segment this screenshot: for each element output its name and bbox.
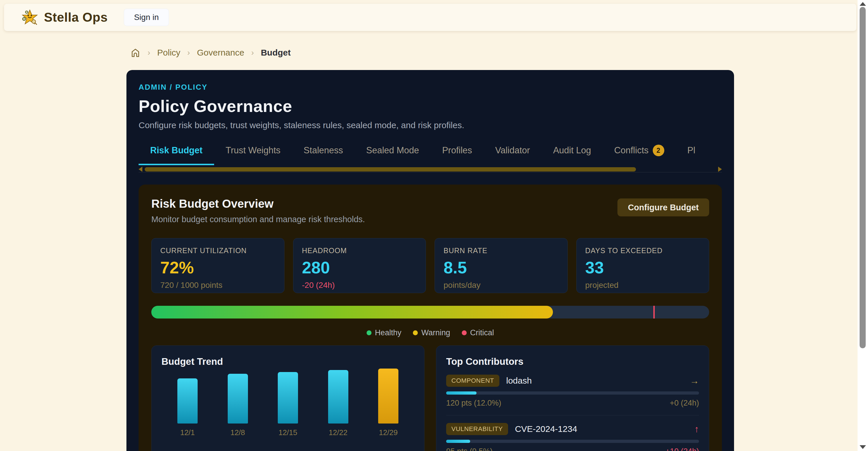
scrollbar-down-arrow-icon[interactable] [860, 445, 866, 449]
trend-bar-group: 12/22 [328, 370, 348, 437]
tab[interactable]: Trust Weights [214, 144, 292, 165]
stat-subtext: projected [585, 281, 701, 290]
gauge-fill [151, 306, 553, 319]
tab-label: Pl [687, 145, 695, 156]
brand-name: Stella Ops [44, 10, 107, 25]
legend-item: Warning [413, 328, 450, 337]
tab-badge: 2 [653, 144, 664, 156]
tab[interactable]: Staleness [292, 144, 354, 165]
stat-card: BURN RATE 8.5 points/day [435, 238, 568, 293]
breadcrumb-separator-icon: › [187, 48, 190, 57]
tabs-scrollbar-track[interactable] [145, 167, 716, 171]
legend-item: Healthy [367, 328, 402, 337]
stat-subtext: points/day [443, 281, 559, 290]
tab[interactable]: Risk Budget [138, 144, 214, 165]
tabs-scrollbar-thumb[interactable] [145, 167, 636, 171]
scroll-left-arrow-icon[interactable] [138, 167, 142, 172]
contributor-progress-track [446, 391, 699, 395]
stat-card: DAYS TO EXCEEDED 33 projected [576, 238, 709, 293]
contributor-type-badge: COMPONENT [446, 375, 499, 387]
trend-bar-label: 12/8 [230, 428, 245, 437]
trend-bar-group: 12/15 [278, 372, 298, 437]
tab-label: Staleness [304, 145, 343, 156]
policy-governance-panel: ADMIN / POLICY Policy Governance Configu… [126, 70, 734, 451]
trend-bar-group: 12/29 [378, 368, 398, 437]
tab[interactable]: Sealed Mode [355, 144, 431, 165]
tab[interactable]: Audit Log [541, 144, 603, 165]
contributor-delta: +10 (24h) [665, 447, 699, 451]
stat-value: 33 [585, 258, 701, 277]
tab-label: Audit Log [553, 145, 591, 156]
overview-subtitle: Monitor budget consumption and manage ri… [151, 215, 365, 224]
tab[interactable]: Conflicts 2 [603, 144, 676, 165]
trend-bar [177, 378, 197, 423]
contributor-trend-arrow-icon: → [690, 376, 699, 386]
stat-label: CURRENT UTILIZATION [160, 247, 275, 255]
tab[interactable]: Pl [676, 144, 707, 165]
stat-label: HEADROOM [302, 247, 417, 255]
top-contributors-title: Top Contributors [446, 356, 699, 367]
breadcrumb-separator-icon: › [251, 48, 254, 57]
stat-value: 8.5 [443, 258, 559, 277]
budget-utilization-gauge [151, 306, 709, 319]
tab-label: Trust Weights [226, 145, 281, 156]
breadcrumb-policy[interactable]: Policy [157, 48, 180, 58]
top-navbar: Stella Ops Sign in [4, 4, 857, 31]
contributors-list: COMPONENT lodash → 120 pts (12.0%) +0 (2… [446, 375, 699, 451]
risk-budget-overview-card: Risk Budget Overview Monitor budget cons… [138, 185, 722, 451]
contributor-row[interactable]: COMPONENT lodash → 120 pts (12.0%) +0 (2… [446, 375, 699, 415]
contributor-trend-arrow-icon: ↑ [694, 424, 699, 434]
legend-label: Healthy [375, 328, 402, 337]
stat-value: 72% [160, 258, 275, 277]
trend-bar-label: 12/22 [329, 428, 347, 437]
gauge-critical-threshold-marker [653, 306, 655, 319]
gauge-legend: Healthy Warning Critical [151, 328, 709, 337]
trend-bar-group: 12/1 [177, 378, 197, 437]
trend-bar-group: 12/8 [228, 374, 248, 437]
tab[interactable]: Profiles [431, 144, 484, 165]
budget-trend-chart: 12/1 12/8 12/15 12/22 12/29 [161, 367, 414, 437]
stat-label: DAYS TO EXCEEDED [585, 247, 701, 255]
tabs-scrollbar[interactable] [138, 166, 722, 172]
budget-trend-title: Budget Trend [161, 356, 414, 367]
overview-title: Risk Budget Overview [151, 197, 365, 210]
stat-label: BURN RATE [443, 247, 559, 255]
contributor-progress-track [446, 440, 699, 443]
scroll-right-arrow-icon[interactable] [718, 167, 722, 172]
row-divider [446, 415, 699, 415]
legend-dot-icon [413, 330, 418, 335]
contributor-name: lodash [506, 376, 532, 386]
legend-item: Critical [462, 328, 494, 337]
trend-bar-label: 12/1 [180, 428, 195, 437]
contributor-type-badge: VULNERABILITY [446, 423, 508, 435]
tab-label: Risk Budget [150, 145, 203, 156]
trend-bar [328, 370, 348, 423]
scrollbar-up-arrow-icon[interactable] [860, 2, 866, 6]
stat-subtext: 720 / 1000 points [160, 281, 275, 290]
stat-subtext: -20 (24h) [302, 281, 417, 290]
trend-bar-label: 12/29 [379, 428, 398, 437]
tab-bar: Risk Budget Trust Weights Staleness Seal… [138, 144, 722, 165]
tab-label: Validator [495, 145, 530, 156]
page: Stella Ops Sign in › Policy › Governance… [0, 0, 868, 451]
browser-scrollbar-thumb[interactable] [860, 7, 866, 348]
trend-bar [378, 368, 398, 423]
tab-label: Conflicts [614, 145, 649, 156]
top-contributors-card: Top Contributors COMPONENT lodash → 120 … [436, 346, 709, 451]
page-subtitle: Configure risk budgets, trust weights, s… [138, 120, 722, 130]
home-icon[interactable] [130, 47, 141, 58]
legend-dot-icon [462, 330, 467, 335]
brand[interactable]: Stella Ops [22, 9, 107, 26]
browser-scrollbar[interactable] [858, 0, 868, 451]
trend-bar [228, 374, 248, 423]
configure-budget-button[interactable]: Configure Budget [617, 198, 709, 216]
contributor-progress-fill [446, 440, 470, 443]
legend-label: Warning [421, 328, 450, 337]
contributor-row[interactable]: VULNERABILITY CVE-2024-1234 ↑ 95 pts (9.… [446, 423, 699, 451]
tab[interactable]: Validator [484, 144, 541, 165]
section-eyebrow: ADMIN / POLICY [138, 83, 722, 92]
sign-in-button[interactable]: Sign in [124, 9, 169, 26]
breadcrumb-governance[interactable]: Governance [197, 48, 244, 58]
breadcrumb-separator-icon: › [148, 48, 150, 57]
tab-label: Sealed Mode [366, 145, 419, 156]
